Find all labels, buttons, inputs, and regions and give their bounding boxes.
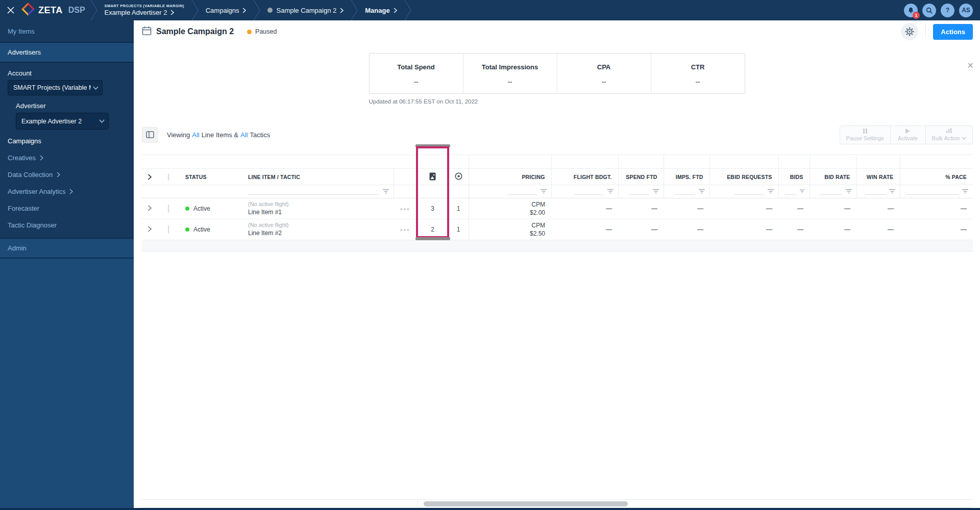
- filter-icon[interactable]: [382, 189, 389, 194]
- imps-ftd-filter-input[interactable]: [675, 188, 695, 195]
- column-header-bids[interactable]: BIDS: [778, 169, 810, 185]
- stat-label: CPA: [557, 63, 651, 71]
- scrollbar-thumb[interactable]: [424, 501, 628, 506]
- win-rate-filter-input[interactable]: [865, 188, 886, 195]
- pause-settings-button[interactable]: Pause Settings: [840, 125, 891, 144]
- breadcrumb-campaign[interactable]: Sample Campaign 2: [260, 7, 351, 14]
- column-header-pricing[interactable]: PRICING: [469, 169, 551, 185]
- bids-filter-input[interactable]: [785, 188, 797, 195]
- bulk-action-label: Bulk Action: [932, 135, 960, 141]
- bulk-action-button[interactable]: Bulk Action: [925, 125, 973, 144]
- settings-button[interactable]: [901, 23, 918, 40]
- sidebar-item-admin[interactable]: Admin: [0, 239, 134, 259]
- sidebar-item-forecaster[interactable]: Forecaster: [0, 200, 134, 217]
- bid-rate-filter-input[interactable]: [820, 188, 842, 195]
- brand-name: ZETA: [38, 5, 63, 16]
- stat-value: --: [463, 78, 557, 86]
- search-icon: [926, 7, 933, 14]
- column-header-tactics[interactable]: [448, 169, 469, 185]
- sidebar-item-advertisers[interactable]: Advertisers: [0, 42, 134, 63]
- filter-icon[interactable]: [698, 189, 705, 194]
- column-header-spend-ftd[interactable]: SPEND FTD: [618, 169, 664, 185]
- ebid-requests-filter-input[interactable]: [734, 188, 764, 195]
- notifications-button[interactable]: 1: [904, 4, 918, 17]
- pace-filter-input[interactable]: [906, 188, 959, 195]
- all-tactics-link[interactable]: All: [240, 131, 248, 139]
- sidebar-item-advertiser-analytics[interactable]: Advertiser Analytics: [0, 183, 134, 200]
- breadcrumb-advertiser[interactable]: SMART PROJECTS (VARIABLE MARGIN) Example…: [97, 4, 191, 17]
- stats-updated-text: Updated at 06:17:55 EST on Oct 11, 2022: [369, 98, 745, 105]
- pace-value: —: [900, 198, 973, 219]
- column-header-flight-bdgt[interactable]: FLIGHT BDGT.: [551, 169, 618, 185]
- columns-icon: [146, 131, 154, 138]
- topbar-actions: 1 ? AS: [904, 4, 980, 17]
- row-menu-icon[interactable]: •••: [400, 205, 410, 213]
- expand-all-button[interactable]: [142, 169, 157, 185]
- row-menu-icon[interactable]: •••: [400, 226, 410, 234]
- column-header-imps-ftd[interactable]: IMPS. FTD: [664, 169, 709, 185]
- zeta-logo[interactable]: ZETA DSP: [21, 3, 85, 18]
- activate-button[interactable]: Activate: [890, 125, 926, 144]
- close-icon[interactable]: [0, 6, 21, 14]
- sidebar-item-my-items[interactable]: My Items: [0, 20, 134, 42]
- column-header-pace[interactable]: % PACE: [900, 169, 973, 185]
- filter-icon[interactable]: [607, 189, 614, 194]
- filter-icon[interactable]: [540, 189, 547, 194]
- pricing-filter-input[interactable]: [507, 188, 537, 195]
- all-line-items-link[interactable]: All: [192, 131, 199, 139]
- table-header-row: STATUS LINE ITEM / TACTIC PRICING FLIGHT…: [142, 169, 973, 185]
- stat-value: --: [557, 78, 651, 86]
- sidebar-item-campaigns[interactable]: Campaigns: [0, 133, 134, 149]
- column-header-line-item[interactable]: LINE ITEM / TACTIC: [242, 169, 394, 185]
- sidebar-item-label: Tactic Diagnoser: [8, 221, 57, 229]
- help-icon: ?: [946, 7, 949, 14]
- gear-icon: [905, 27, 914, 36]
- filter-icon[interactable]: [652, 189, 659, 194]
- breadcrumb-manage-label: Manage: [365, 7, 389, 14]
- flight-bdgt-filter-input[interactable]: [574, 188, 604, 195]
- breadcrumb-campaigns[interactable]: Campaigns: [199, 7, 254, 14]
- pricing-value: $2.50: [469, 230, 546, 238]
- row-checkbox[interactable]: [168, 205, 169, 213]
- column-layout-button[interactable]: [142, 127, 158, 143]
- breadcrumb-separator-icon: [90, 0, 97, 20]
- help-button[interactable]: ?: [941, 4, 954, 17]
- column-header-status[interactable]: STATUS: [179, 169, 242, 185]
- target-icon: [455, 172, 462, 180]
- sidebar-item-data-collection[interactable]: Data Collection: [0, 166, 134, 183]
- spend-ftd-filter-input[interactable]: [629, 188, 649, 195]
- sidebar-item-creatives[interactable]: Creatives: [0, 149, 134, 166]
- filter-icon[interactable]: [799, 189, 805, 194]
- filter-icon[interactable]: [889, 189, 896, 194]
- breadcrumb-separator-icon: [253, 0, 260, 20]
- notification-badge: 1: [913, 12, 920, 19]
- stats-close-icon[interactable]: ✕: [967, 62, 974, 70]
- row-checkbox[interactable]: [168, 225, 169, 234]
- avatar[interactable]: AS: [959, 4, 973, 17]
- filter-icon[interactable]: [845, 189, 852, 194]
- actions-button[interactable]: Actions: [933, 24, 973, 40]
- search-button[interactable]: [922, 4, 936, 17]
- column-header-ebid-requests[interactable]: EBID REQUESTS: [709, 169, 778, 185]
- row-expand-button[interactable]: [142, 198, 157, 219]
- chevron-right-icon: [40, 155, 43, 161]
- row-expand-button[interactable]: [142, 219, 157, 240]
- bulk-buttons-group: Pause Settings Activate Bulk Action: [840, 125, 973, 144]
- status-text: Active: [193, 205, 210, 212]
- tactics-count[interactable]: 1: [448, 219, 469, 240]
- line-items-table: STATUS LINE ITEM / TACTIC PRICING FLIGHT…: [142, 155, 973, 251]
- line-item-name[interactable]: Line Item #2: [248, 229, 394, 237]
- filter-icon[interactable]: [962, 189, 969, 194]
- line-item-name[interactable]: Line Item #1: [248, 208, 394, 216]
- line-item-filter-input[interactable]: [248, 188, 379, 195]
- column-header-bid-rate[interactable]: BID RATE: [810, 169, 856, 185]
- filter-icon[interactable]: [767, 189, 774, 194]
- select-all-checkbox[interactable]: [168, 173, 169, 181]
- sidebar-item-tactic-diagnoser[interactable]: Tactic Diagnoser: [0, 217, 134, 234]
- account-select[interactable]: SMART Projects (Variable M: [8, 80, 103, 95]
- column-header-win-rate[interactable]: WIN RATE: [856, 169, 900, 185]
- breadcrumb-manage[interactable]: Manage: [358, 7, 404, 14]
- advertiser-select[interactable]: Example Advertiser 2: [16, 113, 109, 130]
- table-toolbar: Viewing All Line Items & All Tactics Pau…: [134, 124, 980, 145]
- tactics-count[interactable]: 1: [448, 198, 469, 219]
